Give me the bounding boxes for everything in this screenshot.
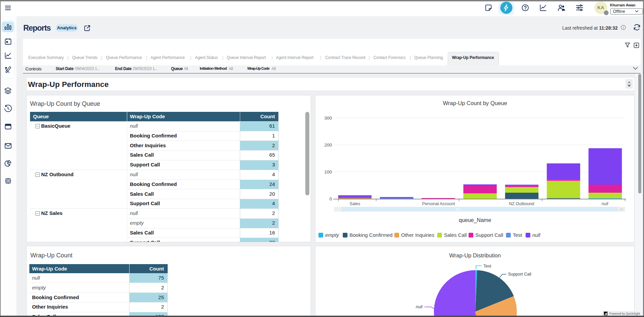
svg-text:Support Call: Support Call bbox=[475, 232, 503, 238]
svg-text:NZ Outbound: NZ Outbound bbox=[509, 201, 534, 206]
svg-text:null: null bbox=[416, 305, 423, 309]
svg-text:Sales: Sales bbox=[349, 201, 360, 206]
svg-text:Test: Test bbox=[483, 264, 491, 268]
svg-text:200: 200 bbox=[324, 142, 332, 148]
svg-text:empty: empty bbox=[325, 232, 339, 238]
svg-text:null: null bbox=[532, 232, 540, 238]
svg-text:100: 100 bbox=[324, 169, 332, 175]
svg-text:Sales Call: Sales Call bbox=[444, 232, 467, 238]
svg-text:Support Call: Support Call bbox=[508, 272, 531, 277]
svg-text:null: null bbox=[601, 201, 609, 206]
svg-text:Personal Account: Personal Account bbox=[422, 201, 455, 206]
svg-text:Booking Confirmed: Booking Confirmed bbox=[349, 232, 393, 238]
svg-text:Wrap-Up Count by Queue: Wrap-Up Count by Queue bbox=[443, 100, 507, 106]
svg-text:Wrap-Up Distribution: Wrap-Up Distribution bbox=[449, 252, 501, 258]
svg-text:queue_Name: queue_Name bbox=[459, 217, 491, 223]
svg-text:Other Inquiries: Other Inquiries bbox=[401, 232, 434, 238]
svg-text:300: 300 bbox=[324, 116, 332, 121]
svg-text:Test: Test bbox=[513, 232, 522, 238]
svg-text:0: 0 bbox=[329, 196, 332, 201]
